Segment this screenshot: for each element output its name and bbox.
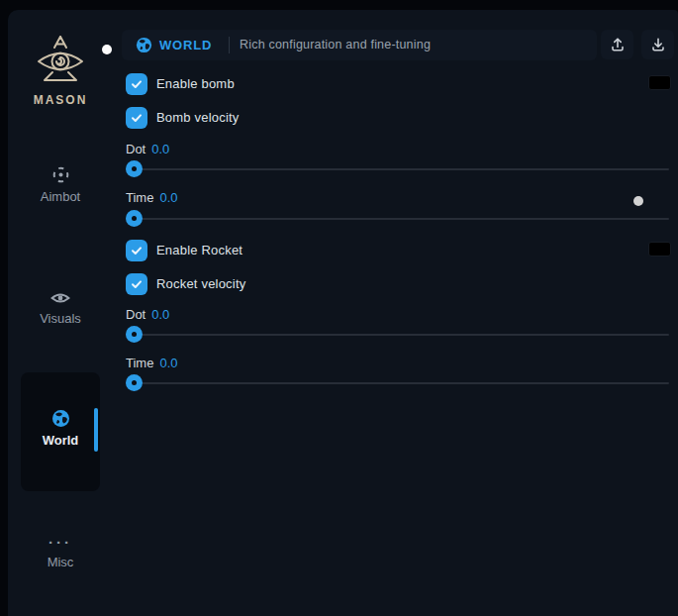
- enable-rocket-label: Enable Rocket: [156, 240, 242, 261]
- rocket-velocity-label: Rocket velocity: [156, 273, 245, 295]
- bomb-time-slider-thumb[interactable]: [126, 210, 143, 227]
- rocket-dot-slider-track[interactable]: [126, 334, 669, 336]
- mason-logo-label: MASON: [12, 93, 109, 107]
- bomb-time-slider-track[interactable]: [126, 218, 669, 220]
- cursor-dot-secondary: [633, 196, 643, 206]
- rocket-time-slider-thumb[interactable]: [126, 374, 143, 391]
- bomb-velocity-checkbox[interactable]: [126, 107, 147, 129]
- bomb-color-swatch[interactable]: [648, 75, 671, 90]
- sidebar-item-aimbot[interactable]: Aimbot: [12, 165, 109, 204]
- cursor-dot: [102, 45, 112, 54]
- rocket-velocity-checkbox[interactable]: [126, 273, 147, 295]
- sidebar-item-world[interactable]: World: [21, 409, 100, 448]
- app-window: MASON Aimbot Visuals World ··· Misc WORL…: [8, 10, 678, 616]
- ellipsis-icon: ···: [12, 536, 109, 550]
- rocket-time-slider-track[interactable]: [126, 382, 669, 384]
- bomb-dot-slider-label: Dot0.0: [126, 142, 169, 156]
- check-icon: [130, 244, 144, 257]
- enable-bomb-checkbox[interactable]: [126, 73, 147, 95]
- page-subtitle: Rich configuration and fine-tuning: [240, 30, 431, 60]
- bomb-dot-slider-thumb[interactable]: [126, 160, 143, 177]
- slider-value: 0.0: [159, 190, 177, 205]
- sidebar-item-label: Misc: [12, 555, 109, 569]
- header-divider: [229, 37, 230, 53]
- sidebar-item-visuals[interactable]: Visuals: [12, 290, 109, 326]
- rocket-color-swatch[interactable]: [648, 242, 671, 257]
- download-config-button[interactable]: [641, 30, 674, 59]
- mason-logo-icon: [32, 34, 89, 91]
- bomb-dot-slider-track[interactable]: [126, 168, 669, 170]
- globe-icon: [136, 37, 152, 53]
- rocket-time-slider-label: Time0.0: [126, 356, 177, 370]
- enable-bomb-label: Enable bomb: [156, 73, 235, 95]
- active-tab-indicator: [94, 408, 98, 452]
- enable-rocket-checkbox[interactable]: [126, 240, 147, 261]
- bomb-time-slider-label: Time0.0: [126, 190, 177, 205]
- sidebar-item-misc[interactable]: ··· Misc: [12, 536, 109, 569]
- sidebar-item-label: World: [21, 433, 100, 448]
- check-icon: [130, 77, 144, 91]
- sidebar-item-label: Visuals: [12, 311, 109, 326]
- slider-value: 0.0: [151, 307, 169, 322]
- upload-config-button[interactable]: [601, 30, 633, 59]
- eye-icon: [50, 290, 70, 306]
- rocket-dot-slider-label: Dot0.0: [126, 307, 169, 322]
- page-title: WORLD: [159, 30, 212, 60]
- sidebar-item-label: Aimbot: [12, 189, 109, 204]
- bomb-velocity-label: Bomb velocity: [156, 107, 240, 129]
- check-icon: [130, 277, 144, 291]
- slider-value: 0.0: [151, 142, 169, 156]
- globe-icon: [51, 409, 70, 428]
- check-icon: [130, 111, 144, 125]
- download-icon: [650, 37, 666, 52]
- rocket-dot-slider-thumb[interactable]: [126, 326, 143, 343]
- crosshair-icon: [51, 165, 70, 184]
- upload-icon: [610, 37, 626, 52]
- slider-value: 0.0: [159, 356, 177, 370]
